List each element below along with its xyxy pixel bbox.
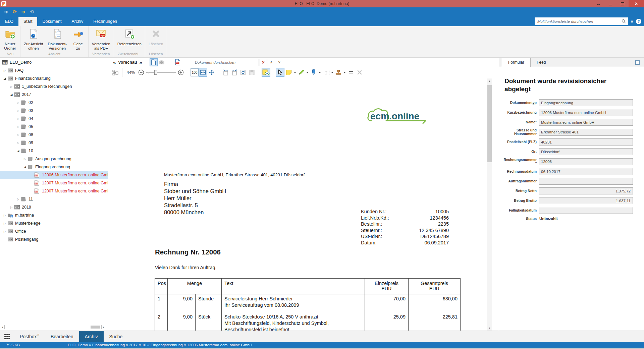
- resize-window-button[interactable]: ↔: [592, 0, 604, 7]
- tree-item[interactable]: ▷FAQ: [0, 66, 108, 74]
- expander-open-icon[interactable]: ◢: [9, 93, 14, 96]
- field-dokumententyp[interactable]: Eingangsrechnung: [539, 99, 633, 106]
- field-betrag-netto[interactable]: 1.375,72: [539, 187, 633, 194]
- scroll-up-icon[interactable]: ▲: [487, 78, 492, 83]
- tree-item[interactable]: Posteingang: [0, 235, 108, 243]
- tree-item[interactable]: ▷m.bartrina: [0, 211, 108, 219]
- pdf-view-button[interactable]: PDF: [174, 58, 182, 66]
- document-search-input[interactable]: [194, 60, 257, 65]
- tab-formular[interactable]: Formular: [502, 58, 531, 67]
- next-document-icon[interactable]: »: [139, 59, 142, 65]
- document-versions-button[interactable]: 321Dokument- Versionen: [46, 28, 69, 51]
- text-note-tool-button-dropdown-icon[interactable]: [330, 72, 334, 73]
- tab-elo[interactable]: ELO: [0, 17, 18, 26]
- stamp-tool-button-dropdown-icon[interactable]: [343, 72, 346, 73]
- document-view-button[interactable]: [150, 58, 158, 66]
- expander-closed-icon[interactable]: ▷: [15, 117, 21, 120]
- tree-item[interactable]: ◢10: [0, 147, 108, 155]
- forward-icon[interactable]: ➔: [4, 9, 8, 14]
- help-icon[interactable]: ?: [636, 19, 641, 24]
- show-annotations-button[interactable]: [262, 68, 270, 77]
- tree-item[interactable]: ELOELO_Demo: [0, 58, 108, 66]
- tree-item[interactable]: ▷2018: [0, 203, 108, 211]
- tree-item[interactable]: ▷03: [0, 107, 108, 115]
- zoom-slider[interactable]: [146, 68, 176, 76]
- highlighter-tool-button[interactable]: [309, 68, 318, 77]
- field-rechnungsdatum[interactable]: 06.10.2017: [539, 168, 633, 175]
- tree-item[interactable]: PDF12007 Musterfirma ecm. online GmbH: [0, 179, 108, 187]
- view-tab-archiv[interactable]: Archiv: [79, 331, 104, 342]
- field-postleitzahl-plz-[interactable]: 40231: [539, 138, 633, 146]
- tile-view-button[interactable]: [0, 331, 14, 342]
- rotate-page-button[interactable]: [239, 68, 248, 77]
- scroll-left-icon[interactable]: ◂: [0, 326, 4, 329]
- field-name-[interactable]: Musterfirma ecm. online GmbH: [539, 119, 633, 126]
- tree-scroll-track[interactable]: [4, 325, 102, 329]
- panel-layout-icon[interactable]: [635, 60, 640, 65]
- preview-scroll-thumb[interactable]: [487, 85, 492, 162]
- maximize-button[interactable]: [616, 0, 629, 7]
- tree-item[interactable]: ◢Eingangsrechnung: [0, 163, 108, 171]
- marker-tool-button-dropdown-icon[interactable]: [306, 72, 309, 73]
- fit-page-button[interactable]: [207, 68, 216, 77]
- field-f-lligkeitsdatum[interactable]: [539, 207, 633, 214]
- thumbnail-panel-icon[interactable]: [111, 68, 120, 77]
- minimize-button[interactable]: [604, 0, 616, 7]
- tree-item[interactable]: ▷09: [0, 139, 108, 147]
- tree-item[interactable]: PDF12007 Musterfirma ecm. online GmbH: [0, 187, 108, 195]
- expander-closed-icon[interactable]: ▷: [22, 158, 28, 161]
- expander-closed-icon[interactable]: ▷: [2, 69, 7, 72]
- expander-closed-icon[interactable]: ▷: [2, 214, 7, 217]
- line-tool-button[interactable]: [346, 68, 355, 77]
- zoom-slider-handle[interactable]: [154, 70, 157, 75]
- tree-item[interactable]: ▷11: [0, 195, 108, 203]
- ribbon-search-input[interactable]: [537, 19, 622, 24]
- expander-open-icon[interactable]: ◢: [15, 149, 21, 153]
- reference-button[interactable]: Referenzieren: [115, 28, 144, 47]
- field-kurzbezeichnung[interactable]: 12006 Musterfirma ecm. online GmbH: [539, 109, 633, 116]
- sticky-note-tool-button-dropdown-icon[interactable]: [293, 72, 297, 73]
- field-rechnungsnummer-[interactable]: 12006: [539, 158, 633, 165]
- tab-feed[interactable]: Feed: [531, 58, 552, 67]
- search-icon[interactable]: [622, 19, 626, 23]
- tree-item[interactable]: PDF12006 Musterfirma ecm. online GmbH: [0, 171, 108, 179]
- tab-start[interactable]: Start: [18, 17, 37, 26]
- field-auftragsnummer[interactable]: [539, 178, 633, 185]
- undo-icon[interactable]: ⟲: [30, 9, 34, 14]
- expander-closed-icon[interactable]: ▷: [15, 133, 21, 136]
- expander-open-icon[interactable]: ◢: [2, 77, 7, 80]
- expander-closed-icon[interactable]: ▷: [2, 230, 7, 233]
- tree-item[interactable]: ▷Ausgangsrechnung: [0, 155, 108, 163]
- tree-item[interactable]: ▷1_unbezahlte Rechnungen: [0, 82, 108, 91]
- field-ort[interactable]: Düsseldorf: [539, 148, 633, 155]
- expander-closed-icon[interactable]: ▷: [9, 85, 14, 88]
- tab-dokument[interactable]: Dokument: [37, 17, 66, 26]
- refresh-icon[interactable]: ⟳: [13, 9, 17, 14]
- view-tab-postbox[interactable]: Postbox2: [14, 331, 45, 342]
- tree-item[interactable]: ▷Musterbelege: [0, 219, 108, 227]
- expander-closed-icon[interactable]: ▷: [15, 125, 21, 128]
- zoom-out-icon[interactable]: [137, 68, 146, 77]
- tree-item[interactable]: ▷05: [0, 123, 108, 131]
- field-betrag-brutto[interactable]: 1.637,11: [539, 197, 633, 204]
- zoom-100-button[interactable]: 100: [191, 68, 199, 76]
- sticky-note-tool-button[interactable]: [284, 68, 293, 77]
- stamp-tool-button[interactable]: [334, 68, 343, 77]
- view-tab-suche[interactable]: Suche: [104, 331, 128, 342]
- clear-search-button[interactable]: ×: [260, 59, 267, 66]
- tab-rechnungen[interactable]: Rechnungen: [88, 17, 122, 26]
- expander-closed-icon[interactable]: ▷: [2, 222, 7, 225]
- expander-closed-icon[interactable]: ▷: [15, 198, 21, 201]
- field-strasse-und-hausnummer[interactable]: Erkrather Strasse 401: [539, 129, 633, 136]
- preview-scrollbar[interactable]: ▲ ▼: [487, 78, 492, 331]
- send-as-pdf-button[interactable]: PDFVersenden als PDF: [90, 28, 113, 51]
- rotate-left-button[interactable]: [221, 68, 230, 77]
- find-next-button[interactable]: ∨: [276, 59, 283, 66]
- tree-item[interactable]: ▷04: [0, 115, 108, 123]
- tree-item[interactable]: ▷02: [0, 99, 108, 107]
- text-note-tool-button[interactable]: [322, 68, 330, 77]
- fit-width-button[interactable]: [199, 68, 207, 77]
- previous-document-icon[interactable]: «: [113, 59, 116, 65]
- pointer-tool-button[interactable]: [276, 68, 284, 77]
- expander-open-icon[interactable]: ◢: [22, 165, 28, 169]
